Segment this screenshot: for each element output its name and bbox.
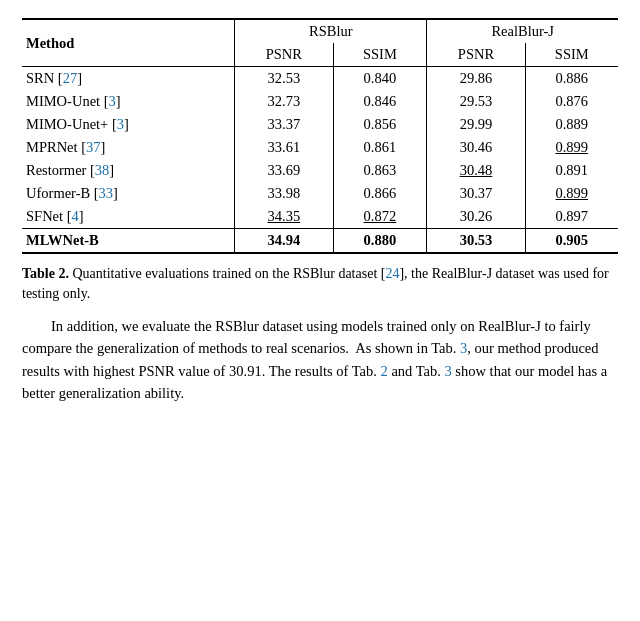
real-ssim-cell: 0.889 [525,113,618,136]
real-ssim-cell: 0.899 [525,136,618,159]
real-psnr-header: PSNR [427,43,525,67]
table-row: MIMO-Unet+ [3]33.370.85629.990.889 [22,113,618,136]
last-method-cell: MLWNet-B [22,229,235,254]
last-real-psnr: 30.53 [427,229,525,254]
real-ssim-cell: 0.899 [525,182,618,205]
table-row: MPRNet [37]33.610.86130.460.899 [22,136,618,159]
rsblur-ssim-cell: 0.846 [333,90,427,113]
results-table: Method RSBlur RealBlur-J PSNR SSIM PSNR … [22,18,618,254]
last-rsblur-psnr: 34.94 [235,229,333,254]
rsblur-ssim-cell: 0.861 [333,136,427,159]
realblurj-header: RealBlur-J [427,19,618,43]
rsblur-ssim-cell: 0.856 [333,113,427,136]
rsblur-ssim-cell: 0.866 [333,182,427,205]
tab3-ref-2: 3 [444,363,451,379]
real-psnr-cell: 30.26 [427,205,525,229]
method-ref: 38 [95,162,110,178]
rsblur-ssim-cell: 0.863 [333,159,427,182]
caption-ref-24: 24 [385,266,399,281]
table-row: SFNet [4]34.350.87230.260.897 [22,205,618,229]
table-header-group-row: Method RSBlur RealBlur-J [22,19,618,43]
last-table-row: MLWNet-B 34.94 0.880 30.53 0.905 [22,229,618,254]
method-cell: SFNet [4] [22,205,235,229]
rsblur-psnr-cell: 33.61 [235,136,333,159]
rsblur-psnr-cell: 33.37 [235,113,333,136]
tab2-ref: 2 [381,363,388,379]
method-ref: 3 [109,93,116,109]
method-ref: 33 [99,185,114,201]
method-cell: SRN [27] [22,67,235,91]
caption-text: Quantitative evaluations trained on the … [22,266,609,301]
real-ssim-cell: 0.876 [525,90,618,113]
real-psnr-cell: 29.53 [427,90,525,113]
method-cell: MPRNet [37] [22,136,235,159]
method-ref: 3 [117,116,124,132]
real-psnr-cell: 30.37 [427,182,525,205]
table-row: Uformer-B [33]33.980.86630.370.899 [22,182,618,205]
table-row: Restormer [38]33.690.86330.480.891 [22,159,618,182]
rsblur-ssim-cell: 0.872 [333,205,427,229]
last-rsblur-ssim: 0.880 [333,229,427,254]
rsblur-psnr-cell: 33.98 [235,182,333,205]
table-caption: Table 2. Quantitative evaluations traine… [22,264,618,305]
rsblur-header: RSBlur [235,19,427,43]
rsblur-ssim-header: SSIM [333,43,427,67]
method-ref: 4 [72,208,79,224]
method-cell: MIMO-Unet+ [3] [22,113,235,136]
method-cell: Uformer-B [33] [22,182,235,205]
table-body: SRN [27]32.530.84029.860.886MIMO-Unet [3… [22,67,618,229]
rsblur-psnr-cell: 32.53 [235,67,333,91]
last-real-ssim: 0.905 [525,229,618,254]
table-row: MIMO-Unet [3]32.730.84629.530.876 [22,90,618,113]
body-paragraph: In addition, we evaluate the RSBlur data… [22,315,618,405]
method-ref: 27 [63,70,78,86]
rsblur-psnr-cell: 32.73 [235,90,333,113]
method-cell: MIMO-Unet [3] [22,90,235,113]
method-ref: 37 [86,139,101,155]
tab3-ref-1: 3 [460,340,467,356]
real-ssim-cell: 0.886 [525,67,618,91]
table-footer: MLWNet-B 34.94 0.880 30.53 0.905 [22,229,618,254]
method-header: Method [22,19,235,67]
table-container: Method RSBlur RealBlur-J PSNR SSIM PSNR … [22,18,618,254]
caption-label: Table 2. [22,266,69,281]
real-psnr-cell: 29.99 [427,113,525,136]
real-psnr-cell: 30.46 [427,136,525,159]
real-ssim-header: SSIM [525,43,618,67]
real-psnr-cell: 30.48 [427,159,525,182]
table-row: SRN [27]32.530.84029.860.886 [22,67,618,91]
rsblur-psnr-cell: 33.69 [235,159,333,182]
rsblur-psnr-cell: 34.35 [235,205,333,229]
real-ssim-cell: 0.897 [525,205,618,229]
rsblur-psnr-header: PSNR [235,43,333,67]
method-cell: Restormer [38] [22,159,235,182]
real-ssim-cell: 0.891 [525,159,618,182]
real-psnr-cell: 29.86 [427,67,525,91]
rsblur-ssim-cell: 0.840 [333,67,427,91]
